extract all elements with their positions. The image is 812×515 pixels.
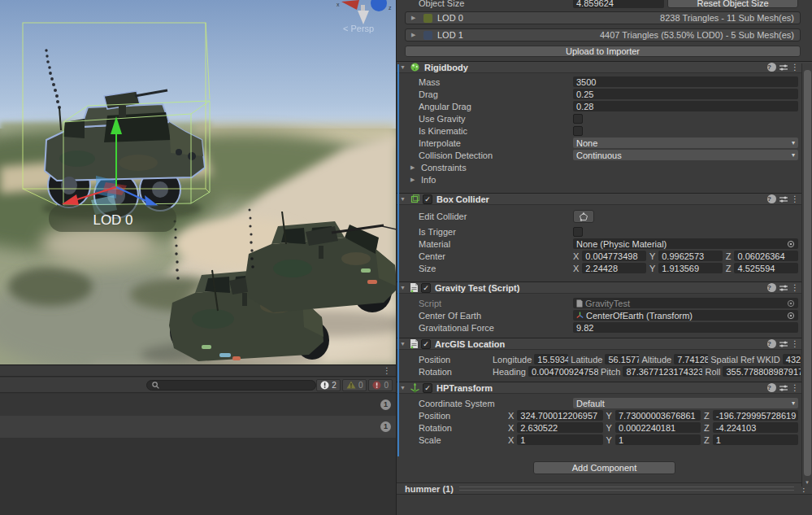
help-icon[interactable]: ? bbox=[767, 383, 776, 392]
presets-icon[interactable] bbox=[779, 284, 788, 292]
hpt-rotation-x-field[interactable]: 2.630522 bbox=[517, 422, 602, 433]
help-icon[interactable]: ? bbox=[767, 194, 776, 203]
console-log-row[interactable]: 1 bbox=[0, 416, 396, 438]
hpt-scale-x-field[interactable]: 1 bbox=[517, 434, 602, 445]
presets-icon[interactable] bbox=[779, 340, 788, 348]
presets-icon[interactable] bbox=[779, 195, 788, 203]
component-menu-kebab-icon[interactable]: ⋮ bbox=[791, 63, 799, 72]
hpt-rotation-z-field[interactable]: -4.224103 bbox=[713, 422, 798, 433]
object-picker-icon[interactable] bbox=[787, 299, 795, 308]
center-z-field[interactable]: 0.06026364 bbox=[734, 251, 798, 261]
hptransform-body: Coordinate System Default▾ Position X324… bbox=[397, 394, 812, 450]
console-search-input[interactable] bbox=[163, 381, 310, 390]
center-y-field[interactable]: 0.9962573 bbox=[658, 251, 723, 261]
object-size-field[interactable]: 4.859624 bbox=[573, 0, 664, 8]
upload-to-importer-button[interactable]: Upload to Importer bbox=[405, 46, 801, 57]
hpt-position-y-field[interactable]: 7.73000003676861 bbox=[615, 410, 701, 421]
scene-view[interactable]: LOD 0 x z < Persp bbox=[0, 0, 397, 364]
scrollbar-thumb[interactable] bbox=[804, 70, 811, 476]
size-y-field[interactable]: 1.913569 bbox=[658, 263, 723, 273]
lod0-row[interactable]: ▶ LOD 0 8238 Triangles - 11 Sub Mesh(es) bbox=[405, 11, 801, 24]
interpolate-dropdown[interactable]: None▾ bbox=[573, 137, 798, 148]
wkid-field[interactable]: 4326 bbox=[783, 354, 801, 364]
hptransform-header[interactable]: ▼ ✓ HPTransform ? ⋮ bbox=[397, 382, 812, 394]
console-error-toggle[interactable]: 0 bbox=[368, 379, 393, 391]
component-enabled-checkbox[interactable]: ✓ bbox=[421, 283, 431, 293]
asset-footer-bar[interactable]: hummer (1) ⋮ bbox=[397, 482, 812, 495]
warning-count: 0 bbox=[358, 381, 363, 390]
edit-collider-button[interactable] bbox=[573, 210, 594, 223]
size-x-field[interactable]: 2.24428 bbox=[582, 263, 646, 273]
console-menu-kebab-icon[interactable]: ⋮ bbox=[383, 366, 391, 376]
console-info-toggle[interactable]: 2 bbox=[316, 379, 341, 391]
collision-detection-dropdown[interactable]: Continuous▾ bbox=[573, 150, 798, 160]
object-picker-icon[interactable] bbox=[787, 240, 795, 248]
persp-label[interactable]: < Persp bbox=[343, 24, 374, 33]
use-gravity-checkbox[interactable] bbox=[573, 114, 583, 124]
box-collider-header[interactable]: ▼ ✓ Box Collider ? ⋮ bbox=[397, 193, 812, 205]
component-enabled-checkbox[interactable]: ✓ bbox=[421, 339, 431, 349]
rigidbody-header[interactable]: ▼ Rigidbody ? ⋮ bbox=[397, 61, 812, 73]
component-enabled-checkbox[interactable]: ✓ bbox=[423, 194, 432, 204]
foldout-icon[interactable]: ▼ bbox=[400, 196, 407, 202]
console-warning-toggle[interactable]: 0 bbox=[342, 379, 367, 391]
reset-object-size-button[interactable]: Reset Object Size bbox=[667, 0, 798, 8]
drag-field[interactable]: 0.25 bbox=[573, 89, 798, 99]
lod1-row[interactable]: ▶ LOD 1 4407 Triangles (53.50% LOD0) - 5… bbox=[405, 28, 801, 41]
inspector-scrollbar[interactable]: ▾ bbox=[801, 63, 812, 487]
foldout-icon[interactable]: ▶ bbox=[411, 15, 419, 21]
hpt-position-z-field[interactable]: -196.729995728619 bbox=[713, 410, 798, 421]
heading-field[interactable]: 0.0047009247587 bbox=[528, 366, 598, 377]
script-object-field[interactable]: GravityTest bbox=[573, 298, 798, 308]
center-x-field[interactable]: 0.004773498 bbox=[582, 251, 646, 261]
edit-collider-icon bbox=[579, 212, 588, 221]
object-picker-icon[interactable] bbox=[787, 312, 795, 320]
pitch-field[interactable]: 87.3677123174323 bbox=[623, 366, 702, 377]
component-menu-kebab-icon[interactable]: ⋮ bbox=[791, 339, 799, 348]
lod1-color-swatch bbox=[423, 31, 432, 40]
scrollbar-down-arrow[interactable]: ▾ bbox=[802, 479, 812, 486]
component-menu-kebab-icon[interactable]: ⋮ bbox=[791, 383, 799, 392]
foldout-icon[interactable]: ▼ bbox=[400, 64, 407, 70]
foldout-icon[interactable]: ▼ bbox=[400, 385, 407, 391]
mass-field[interactable]: 3500 bbox=[573, 76, 798, 87]
help-icon[interactable]: ? bbox=[767, 283, 776, 292]
help-icon[interactable]: ? bbox=[767, 339, 776, 348]
size-z-field[interactable]: 4.525594 bbox=[734, 263, 798, 273]
component-menu-kebab-icon[interactable]: ⋮ bbox=[791, 283, 799, 292]
hpt-rotation-y-field[interactable]: 0.0002240181 bbox=[615, 422, 701, 433]
presets-icon[interactable] bbox=[779, 63, 788, 72]
is-trigger-checkbox[interactable] bbox=[573, 227, 583, 237]
coordinate-system-dropdown[interactable]: Default▾ bbox=[573, 398, 798, 408]
info-foldout[interactable]: ▶Info bbox=[397, 173, 812, 185]
foldout-icon[interactable]: ▼ bbox=[400, 341, 407, 347]
help-icon[interactable]: ? bbox=[767, 63, 776, 72]
angular-drag-field[interactable]: 0.28 bbox=[573, 101, 798, 111]
footer-drag-grip[interactable] bbox=[459, 487, 794, 491]
component-enabled-checkbox[interactable]: ✓ bbox=[423, 383, 432, 393]
gravity-test-header[interactable]: ▼ ✓ Gravity Test (Script) ? ⋮ bbox=[397, 282, 812, 294]
constraints-foldout[interactable]: ▶Constraints bbox=[397, 161, 812, 173]
foldout-icon[interactable]: ▼ bbox=[400, 285, 407, 290]
add-component-button[interactable]: Add Component bbox=[533, 461, 675, 474]
hpt-position-x-field[interactable]: 324.700012206957 bbox=[517, 410, 602, 421]
altitude-field[interactable]: 7.74128 bbox=[674, 354, 708, 364]
latitude-field[interactable]: 56.1577 bbox=[605, 354, 639, 364]
material-object-field[interactable]: None (Physic Material) bbox=[573, 238, 798, 249]
component-menu-kebab-icon[interactable]: ⋮ bbox=[791, 194, 799, 203]
longitude-field[interactable]: 15.5934 bbox=[534, 354, 568, 364]
component-title: Box Collider bbox=[436, 194, 489, 204]
foldout-icon[interactable]: ▶ bbox=[411, 32, 419, 38]
presets-icon[interactable] bbox=[779, 384, 788, 392]
roll-field[interactable]: 355.778808987917 bbox=[723, 366, 801, 377]
is-kinematic-checkbox[interactable] bbox=[573, 126, 583, 136]
hpt-scale-y-field[interactable]: 1 bbox=[615, 434, 701, 445]
component-title: ArcGIS Location bbox=[435, 339, 505, 349]
console-search[interactable] bbox=[146, 380, 316, 391]
console-log-row[interactable]: 1 bbox=[0, 394, 396, 416]
gravitational-force-field[interactable]: 9.82 bbox=[573, 322, 798, 333]
axis-y-label: Y bbox=[606, 423, 612, 433]
hpt-scale-z-field[interactable]: 1 bbox=[713, 434, 798, 445]
center-of-earth-object-field[interactable]: CenterOfEarth (Transform) bbox=[573, 310, 798, 321]
arcgis-location-header[interactable]: ▼ ✓ ArcGIS Location ? ⋮ bbox=[397, 338, 812, 350]
